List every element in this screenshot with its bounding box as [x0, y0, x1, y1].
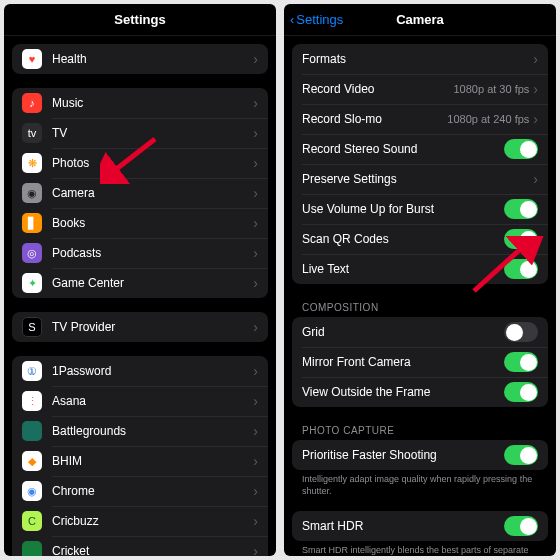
music-icon: ♪ [22, 93, 42, 113]
row-label: TV [52, 126, 253, 140]
page-title: Camera [396, 12, 444, 27]
back-button[interactable]: ‹ Settings [290, 12, 343, 27]
row-label: Health [52, 52, 253, 66]
chevron-right-icon: › [253, 215, 258, 231]
chevron-right-icon: › [253, 453, 258, 469]
settings-row-bhim[interactable]: ◆BHIM› [12, 446, 268, 476]
row-label: Cricbuzz [52, 514, 253, 528]
toggle-switch[interactable] [504, 352, 538, 372]
settings-row-scan-qr-codes[interactable]: Scan QR Codes [292, 224, 548, 254]
chevron-right-icon: › [533, 111, 538, 127]
settings-list[interactable]: ♥Health›♪Music›tvTV›❋Photos›◉Camera›▋Boo… [4, 36, 276, 556]
row-label: Mirror Front Camera [302, 355, 504, 369]
row-label: 1Password [52, 364, 253, 378]
navbar: ‹ Settings Camera [284, 4, 556, 36]
bhim-icon: ◆ [22, 451, 42, 471]
settings-row-record-video[interactable]: Record Video1080p at 30 fps› [292, 74, 548, 104]
settings-row-record-slo-mo[interactable]: Record Slo-mo1080p at 240 fps› [292, 104, 548, 134]
chevron-right-icon: › [253, 185, 258, 201]
settings-row-health[interactable]: ♥Health› [12, 44, 268, 74]
settings-row-preserve-settings[interactable]: Preserve Settings› [292, 164, 548, 194]
footer-note: Intelligently adapt image quality when r… [302, 474, 538, 497]
settings-row-camera[interactable]: ◉Camera› [12, 178, 268, 208]
chevron-right-icon: › [253, 543, 258, 556]
chevron-right-icon: › [253, 125, 258, 141]
tv-icon: tv [22, 123, 42, 143]
row-label: Books [52, 216, 253, 230]
row-label: Asana [52, 394, 253, 408]
gamecenter-icon: ✦ [22, 273, 42, 293]
row-label: View Outside the Frame [302, 385, 504, 399]
settings-row-live-text[interactable]: Live Text [292, 254, 548, 284]
chevron-right-icon: › [253, 319, 258, 335]
section-header: PHOTO CAPTURE [302, 425, 548, 436]
row-label: Music [52, 96, 253, 110]
settings-row-mirror-front-camera[interactable]: Mirror Front Camera [292, 347, 548, 377]
settings-row-books[interactable]: ▋Books› [12, 208, 268, 238]
chevron-right-icon: › [253, 155, 258, 171]
row-label: Podcasts [52, 246, 253, 260]
page-title: Settings [114, 12, 165, 27]
row-label: Record Slo-mo [302, 112, 447, 126]
photos-icon: ❋ [22, 153, 42, 173]
row-label: TV Provider [52, 320, 253, 334]
toggle-switch[interactable] [504, 445, 538, 465]
camera-icon: ◉ [22, 183, 42, 203]
row-label: Live Text [302, 262, 504, 276]
battlegrounds-icon [22, 421, 42, 441]
row-label: Photos [52, 156, 253, 170]
section-header: COMPOSITION [302, 302, 548, 313]
settings-row-use-volume-up-for-burst[interactable]: Use Volume Up for Burst [292, 194, 548, 224]
settings-row-record-stereo-sound[interactable]: Record Stereo Sound [292, 134, 548, 164]
chevron-right-icon: › [253, 483, 258, 499]
back-label: Settings [296, 12, 343, 27]
chevron-right-icon: › [533, 81, 538, 97]
camera-settings-screen: ‹ Settings Camera Formats›Record Video10… [284, 4, 556, 556]
chevron-right-icon: › [533, 51, 538, 67]
chevron-right-icon: › [253, 423, 258, 439]
row-value: 1080p at 240 fps [447, 113, 529, 125]
asana-icon: ⋮ [22, 391, 42, 411]
chrome-icon: ◉ [22, 481, 42, 501]
row-label: Record Video [302, 82, 453, 96]
settings-row-formats[interactable]: Formats› [292, 44, 548, 74]
toggle-switch[interactable] [504, 229, 538, 249]
books-icon: ▋ [22, 213, 42, 233]
1password-icon: ① [22, 361, 42, 381]
row-label: Preserve Settings [302, 172, 533, 186]
toggle-switch[interactable] [504, 322, 538, 342]
row-label: Cricket_ [52, 544, 253, 556]
heart-icon: ♥ [22, 49, 42, 69]
toggle-switch[interactable] [504, 199, 538, 219]
settings-row-photos[interactable]: ❋Photos› [12, 148, 268, 178]
row-label: Record Stereo Sound [302, 142, 504, 156]
camera-settings-list[interactable]: Formats›Record Video1080p at 30 fps›Reco… [284, 36, 556, 556]
settings-row-view-outside-the-frame[interactable]: View Outside the Frame [292, 377, 548, 407]
settings-row-tv-provider[interactable]: STV Provider› [12, 312, 268, 342]
settings-row-grid[interactable]: Grid [292, 317, 548, 347]
chevron-right-icon: › [253, 513, 258, 529]
cricket-icon [22, 541, 42, 556]
row-value: 1080p at 30 fps [453, 83, 529, 95]
toggle-switch[interactable] [504, 139, 538, 159]
settings-row-tv[interactable]: tvTV› [12, 118, 268, 148]
row-label: Scan QR Codes [302, 232, 504, 246]
settings-row-prioritise-faster-shooting[interactable]: Prioritise Faster Shooting [292, 440, 548, 470]
settings-row-1password[interactable]: ①1Password› [12, 356, 268, 386]
settings-row-battlegrounds[interactable]: Battlegrounds› [12, 416, 268, 446]
settings-row-podcasts[interactable]: ◎Podcasts› [12, 238, 268, 268]
row-label: Battlegrounds [52, 424, 253, 438]
toggle-switch[interactable] [504, 516, 538, 536]
settings-row-smart-hdr[interactable]: Smart HDR [292, 511, 548, 541]
row-label: Use Volume Up for Burst [302, 202, 504, 216]
chevron-right-icon: › [253, 245, 258, 261]
settings-row-chrome[interactable]: ◉Chrome› [12, 476, 268, 506]
settings-row-cricbuzz[interactable]: CCricbuzz› [12, 506, 268, 536]
toggle-switch[interactable] [504, 259, 538, 279]
settings-row-asana[interactable]: ⋮Asana› [12, 386, 268, 416]
settings-row-game-center[interactable]: ✦Game Center› [12, 268, 268, 298]
settings-row-cricket-[interactable]: Cricket_› [12, 536, 268, 556]
toggle-switch[interactable] [504, 382, 538, 402]
settings-row-music[interactable]: ♪Music› [12, 88, 268, 118]
row-label: Prioritise Faster Shooting [302, 448, 504, 462]
